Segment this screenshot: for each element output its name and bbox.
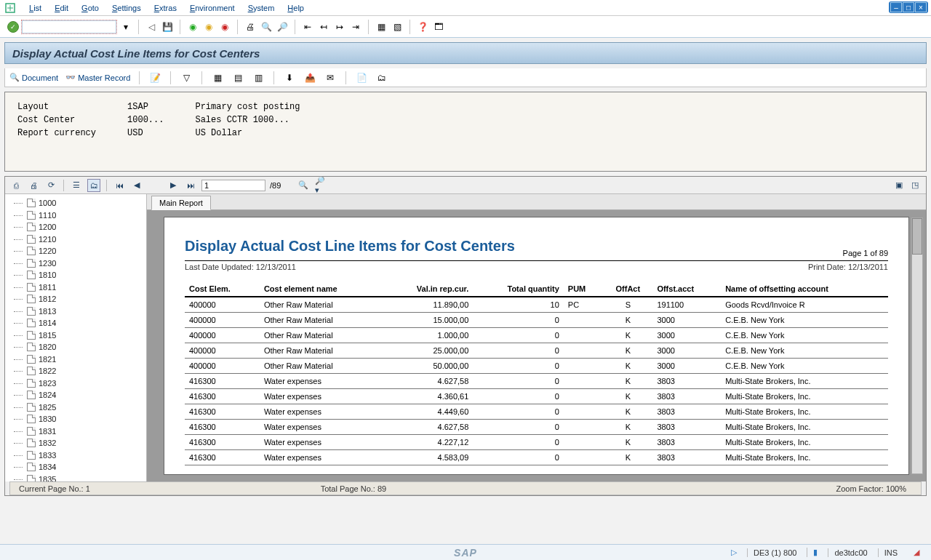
back-icon[interactable]: ◁ xyxy=(145,20,158,33)
tree-item[interactable]: 1821 xyxy=(5,353,146,366)
refresh-report-icon[interactable]: ⟳ xyxy=(44,179,57,192)
find-next-icon[interactable]: 🔎 xyxy=(276,20,289,33)
export-report-icon[interactable]: ⎙ xyxy=(9,179,23,192)
report-scrollbar[interactable] xyxy=(911,217,923,474)
new-session-icon[interactable]: ▦ xyxy=(375,20,388,33)
last-page-icon[interactable]: ⇥ xyxy=(349,20,362,33)
toggle-tree-icon[interactable]: ☰ xyxy=(70,179,83,192)
crystal2-icon[interactable]: ◳ xyxy=(908,179,922,192)
tree-item[interactable]: 1814 xyxy=(5,317,146,329)
command-field[interactable] xyxy=(22,20,116,33)
tree-item[interactable]: 1824 xyxy=(5,389,146,401)
dropdown-icon[interactable]: ▾ xyxy=(119,20,132,33)
sap-logo: SAP xyxy=(454,547,477,559)
find-icon[interactable]: 🔍 xyxy=(260,20,273,33)
help-icon[interactable]: ❓ xyxy=(416,20,429,33)
download-icon[interactable]: ⬇ xyxy=(283,71,296,84)
table-row: 400000Other Raw Material25.000,000K3000C… xyxy=(185,343,888,359)
sap-menu-icon[interactable] xyxy=(4,2,16,14)
toggle-params-icon[interactable]: 🗂 xyxy=(87,179,100,192)
tree-item[interactable]: 1810 xyxy=(5,269,146,281)
tree-item[interactable]: 1825 xyxy=(5,401,146,414)
tree-item[interactable]: 1823 xyxy=(5,377,146,390)
document-icon xyxy=(27,403,36,412)
save-icon[interactable]: 💾 xyxy=(161,20,174,33)
print-icon[interactable]: 🖨 xyxy=(244,20,257,33)
tree-item[interactable]: 1230 xyxy=(5,257,146,270)
next-page-icon[interactable]: ↦ xyxy=(333,20,346,33)
export-icon[interactable]: 📤 xyxy=(303,71,316,84)
document-button[interactable]: 🔍Document xyxy=(9,73,58,82)
cancel-icon[interactable]: ◉ xyxy=(218,20,231,33)
group-tree[interactable]: 1000111012001210122012301810181118121813… xyxy=(5,194,147,481)
zoom-icon[interactable]: 🔎▾ xyxy=(314,179,327,192)
report-frame: ⎙ 🖨 ⟳ ☰ 🗂 ⏮ ◀ ▶ ⏭ /89 🔍 🔎▾ ▣ ◳ 100011101… xyxy=(4,176,927,496)
tree-item[interactable]: 1833 xyxy=(5,449,146,462)
tree-item[interactable]: 1000 xyxy=(5,197,146,209)
tree-item[interactable]: 1200 xyxy=(5,221,146,233)
exit-icon[interactable]: ◉ xyxy=(202,20,215,33)
status-right: Zoom Factor: 100% xyxy=(613,484,921,493)
document-icon xyxy=(27,463,36,471)
tree-item[interactable]: 1832 xyxy=(5,437,146,449)
layout-icon[interactable]: ▦ xyxy=(211,71,224,84)
print-report-icon[interactable]: 🖨 xyxy=(27,179,40,192)
report-title: Display Actual Cost Line Items for Cost … xyxy=(185,238,515,255)
document-icon xyxy=(27,451,36,460)
first-page-icon[interactable]: ⇤ xyxy=(301,20,314,33)
menu-extras[interactable]: Extras xyxy=(154,4,177,12)
tree-item[interactable]: 1210 xyxy=(5,233,146,246)
menu-system[interactable]: System xyxy=(248,4,275,12)
crystal-icon[interactable]: ▣ xyxy=(892,179,906,192)
last-icon[interactable]: ⏭ xyxy=(184,179,197,192)
tree-item[interactable]: 1815 xyxy=(5,329,146,342)
layout2-icon[interactable]: ▤ xyxy=(231,71,244,84)
menu-environment[interactable]: Environment xyxy=(190,4,235,12)
table-row: 416300Water expenses4.227,120K3803Multi-… xyxy=(185,435,888,450)
master-record-button[interactable]: 👓Master Record xyxy=(65,73,130,82)
prev-icon[interactable]: ◀ xyxy=(130,179,143,192)
tree-item[interactable]: 1834 xyxy=(5,461,146,473)
document-icon xyxy=(27,307,36,316)
close-button[interactable]: × xyxy=(915,2,927,12)
minimize-button[interactable]: – xyxy=(890,2,902,12)
menu-list[interactable]: List xyxy=(29,4,41,12)
tree-item[interactable]: 1835 xyxy=(5,473,146,482)
tree-item[interactable]: 1830 xyxy=(5,413,146,425)
office-icon[interactable]: 📄 xyxy=(355,71,368,84)
filter-icon[interactable]: ▽ xyxy=(180,71,193,84)
maximize-button[interactable]: □ xyxy=(903,2,914,12)
menu-edit[interactable]: Edit xyxy=(55,4,68,12)
back-green-icon[interactable]: ◉ xyxy=(186,20,199,33)
customize-icon[interactable]: 🗔 xyxy=(432,20,445,33)
search-report-icon[interactable]: 🔍 xyxy=(297,179,310,192)
menu-help[interactable]: Help xyxy=(287,4,304,12)
enter-icon[interactable]: ✓ xyxy=(7,21,19,33)
document-icon xyxy=(27,379,36,388)
tree-item[interactable]: 1822 xyxy=(5,365,146,377)
first-icon[interactable]: ⏮ xyxy=(113,179,126,192)
note-icon[interactable]: 📝 xyxy=(148,71,161,84)
tree-item[interactable]: 1813 xyxy=(5,305,146,318)
next-icon[interactable]: ▶ xyxy=(167,179,180,192)
layout3-icon[interactable]: ▥ xyxy=(252,71,265,84)
tree-item[interactable]: 1811 xyxy=(5,281,146,294)
more-icon[interactable]: 🗂 xyxy=(375,71,388,84)
generate-shortcut-icon[interactable]: ▧ xyxy=(391,20,404,33)
document-icon xyxy=(27,415,36,423)
header-info-panel: Layout1SAPPrimary cost postingCost Cente… xyxy=(4,92,927,172)
prev-page-icon[interactable]: ↤ xyxy=(317,20,330,33)
insert-mode: INS xyxy=(878,548,903,557)
system-id: DE3 (1) 800 xyxy=(747,548,802,557)
tree-item[interactable]: 1831 xyxy=(5,425,146,438)
tab-main-report[interactable]: Main Report xyxy=(151,196,211,210)
menu-settings[interactable]: Settings xyxy=(112,4,141,12)
mail-icon[interactable]: ✉ xyxy=(324,71,337,84)
tree-item[interactable]: 1110 xyxy=(5,209,146,222)
menu-goto[interactable]: Goto xyxy=(81,4,99,12)
tree-item[interactable]: 1812 xyxy=(5,293,146,305)
tree-item[interactable]: 1220 xyxy=(5,245,146,257)
page-number-input[interactable] xyxy=(201,180,265,191)
tree-item[interactable]: 1820 xyxy=(5,341,146,353)
sap-statusbar: SAP ▷ DE3 (1) 800 ▮ de3tdc00 INS ◢ xyxy=(0,544,931,560)
